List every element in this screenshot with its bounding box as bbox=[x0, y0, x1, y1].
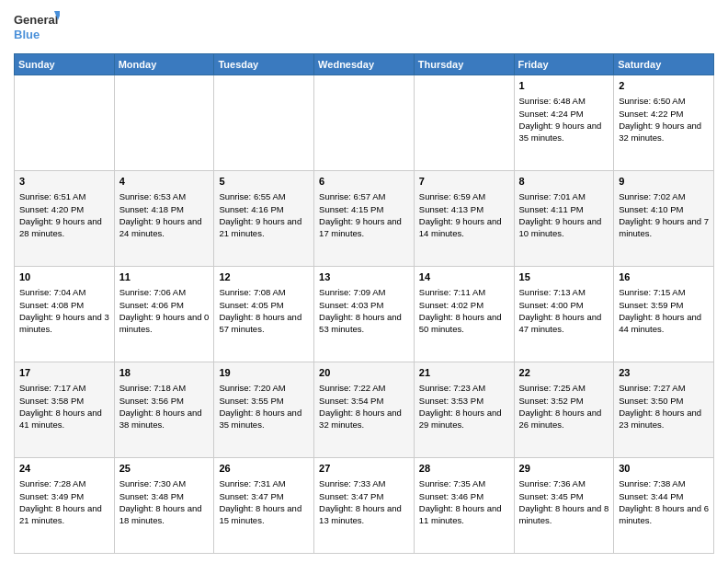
day-number: 14 bbox=[419, 270, 509, 284]
day-info: Daylight: 8 hours and 15 minutes. bbox=[219, 502, 309, 527]
calendar-cell: 27Sunrise: 7:33 AMSunset: 3:47 PMDayligh… bbox=[314, 458, 415, 554]
day-number: 24 bbox=[19, 462, 109, 476]
day-info: Daylight: 8 hours and 11 minutes. bbox=[419, 502, 509, 527]
day-info: Sunset: 4:06 PM bbox=[119, 299, 210, 311]
weekday-header-friday: Friday bbox=[514, 54, 614, 75]
day-info: Sunset: 4:10 PM bbox=[619, 203, 709, 215]
day-info: Sunrise: 7:17 AM bbox=[19, 382, 109, 394]
day-info: Sunrise: 7:27 AM bbox=[619, 382, 709, 394]
day-info: Sunset: 4:16 PM bbox=[219, 203, 309, 215]
weekday-header-thursday: Thursday bbox=[414, 54, 514, 75]
logo-icon: General Blue bbox=[14, 9, 60, 46]
day-info: Sunset: 4:18 PM bbox=[119, 203, 210, 215]
calendar-cell: 10Sunrise: 7:04 AMSunset: 4:08 PMDayligh… bbox=[15, 267, 115, 362]
day-number: 11 bbox=[119, 270, 210, 284]
day-info: Daylight: 9 hours and 32 minutes. bbox=[619, 120, 709, 144]
day-info: Daylight: 8 hours and 13 minutes. bbox=[319, 502, 409, 527]
day-info: Sunrise: 6:57 AM bbox=[319, 190, 409, 202]
day-info: Daylight: 8 hours and 29 minutes. bbox=[419, 407, 509, 431]
header: General Blue bbox=[14, 9, 714, 46]
day-info: Daylight: 9 hours and 3 minutes. bbox=[19, 311, 109, 336]
day-info: Sunrise: 6:51 AM bbox=[19, 190, 109, 202]
week-row-1: 1Sunrise: 6:48 AMSunset: 4:24 PMDaylight… bbox=[15, 75, 714, 171]
calendar-cell bbox=[314, 75, 415, 171]
calendar-cell: 19Sunrise: 7:20 AMSunset: 3:55 PMDayligh… bbox=[214, 362, 314, 458]
day-number: 29 bbox=[519, 462, 609, 476]
logo: General Blue bbox=[14, 9, 60, 46]
day-info: Sunset: 3:46 PM bbox=[419, 490, 509, 502]
week-row-3: 10Sunrise: 7:04 AMSunset: 4:08 PMDayligh… bbox=[15, 267, 714, 362]
day-info: Sunrise: 7:38 AM bbox=[619, 477, 709, 489]
day-info: Daylight: 8 hours and 26 minutes. bbox=[519, 407, 609, 431]
day-info: Sunset: 3:54 PM bbox=[319, 395, 409, 407]
day-info: Daylight: 8 hours and 21 minutes. bbox=[19, 502, 109, 527]
day-info: Sunrise: 7:06 AM bbox=[119, 286, 210, 298]
day-info: Daylight: 8 hours and 41 minutes. bbox=[19, 407, 109, 431]
day-info: Sunrise: 7:22 AM bbox=[319, 382, 409, 394]
weekday-header-saturday: Saturday bbox=[614, 54, 714, 75]
day-info: Daylight: 8 hours and 44 minutes. bbox=[619, 311, 709, 336]
day-info: Sunset: 4:05 PM bbox=[219, 299, 309, 311]
weekday-header-sunday: Sunday bbox=[15, 54, 115, 75]
week-row-4: 17Sunrise: 7:17 AMSunset: 3:58 PMDayligh… bbox=[15, 362, 714, 458]
day-info: Sunrise: 7:28 AM bbox=[19, 477, 109, 489]
day-number: 27 bbox=[319, 462, 409, 476]
day-info: Sunrise: 7:08 AM bbox=[219, 286, 309, 298]
day-info: Sunset: 4:13 PM bbox=[419, 203, 509, 215]
calendar-cell: 15Sunrise: 7:13 AMSunset: 4:00 PMDayligh… bbox=[514, 267, 614, 362]
calendar-cell: 2Sunrise: 6:50 AMSunset: 4:22 PMDaylight… bbox=[614, 75, 714, 171]
day-number: 28 bbox=[419, 462, 509, 476]
day-info: Daylight: 9 hours and 0 minutes. bbox=[119, 311, 210, 336]
weekday-header-monday: Monday bbox=[114, 54, 214, 75]
day-info: Sunset: 3:49 PM bbox=[19, 490, 109, 502]
day-number: 12 bbox=[219, 270, 309, 284]
calendar-cell: 22Sunrise: 7:25 AMSunset: 3:52 PMDayligh… bbox=[514, 362, 614, 458]
svg-text:General: General bbox=[14, 13, 58, 27]
calendar-cell: 11Sunrise: 7:06 AMSunset: 4:06 PMDayligh… bbox=[114, 267, 214, 362]
day-number: 4 bbox=[119, 175, 210, 189]
day-info: Daylight: 9 hours and 24 minutes. bbox=[119, 215, 210, 240]
calendar-cell bbox=[114, 75, 214, 171]
calendar-cell: 17Sunrise: 7:17 AMSunset: 3:58 PMDayligh… bbox=[15, 362, 115, 458]
day-number: 5 bbox=[219, 175, 309, 189]
day-info: Sunrise: 7:01 AM bbox=[519, 190, 609, 202]
day-number: 25 bbox=[119, 462, 210, 476]
day-info: Sunset: 3:52 PM bbox=[519, 395, 609, 407]
day-info: Daylight: 8 hours and 32 minutes. bbox=[319, 407, 409, 431]
calendar-cell: 4Sunrise: 6:53 AMSunset: 4:18 PMDaylight… bbox=[114, 171, 214, 267]
day-info: Sunrise: 7:20 AM bbox=[219, 382, 309, 394]
day-number: 20 bbox=[319, 366, 409, 380]
day-info: Sunset: 3:44 PM bbox=[619, 490, 709, 502]
day-info: Daylight: 9 hours and 14 minutes. bbox=[419, 215, 509, 240]
day-info: Daylight: 9 hours and 21 minutes. bbox=[219, 215, 309, 240]
calendar-cell: 25Sunrise: 7:30 AMSunset: 3:48 PMDayligh… bbox=[114, 458, 214, 554]
calendar-cell: 20Sunrise: 7:22 AMSunset: 3:54 PMDayligh… bbox=[314, 362, 415, 458]
day-number: 17 bbox=[19, 366, 109, 380]
day-info: Sunrise: 7:11 AM bbox=[419, 286, 509, 298]
day-info: Sunset: 3:48 PM bbox=[119, 490, 210, 502]
calendar-cell: 28Sunrise: 7:35 AMSunset: 3:46 PMDayligh… bbox=[414, 458, 514, 554]
day-number: 1 bbox=[519, 79, 609, 93]
day-number: 16 bbox=[619, 270, 709, 284]
day-info: Daylight: 8 hours and 6 minutes. bbox=[619, 502, 709, 527]
day-number: 2 bbox=[619, 79, 709, 93]
day-info: Sunset: 3:55 PM bbox=[219, 395, 309, 407]
day-info: Daylight: 8 hours and 23 minutes. bbox=[619, 407, 709, 431]
week-row-2: 3Sunrise: 6:51 AMSunset: 4:20 PMDaylight… bbox=[15, 171, 714, 267]
day-number: 30 bbox=[619, 462, 709, 476]
day-info: Sunrise: 6:59 AM bbox=[419, 190, 509, 202]
day-number: 23 bbox=[619, 366, 709, 380]
day-number: 10 bbox=[19, 270, 109, 284]
day-info: Daylight: 8 hours and 53 minutes. bbox=[319, 311, 409, 336]
day-info: Daylight: 9 hours and 7 minutes. bbox=[619, 215, 709, 240]
calendar-cell: 7Sunrise: 6:59 AMSunset: 4:13 PMDaylight… bbox=[414, 171, 514, 267]
weekday-header-tuesday: Tuesday bbox=[214, 54, 314, 75]
day-info: Sunrise: 7:33 AM bbox=[319, 477, 409, 489]
day-info: Sunrise: 6:55 AM bbox=[219, 190, 309, 202]
calendar-cell: 16Sunrise: 7:15 AMSunset: 3:59 PMDayligh… bbox=[614, 267, 714, 362]
calendar-cell: 3Sunrise: 6:51 AMSunset: 4:20 PMDaylight… bbox=[15, 171, 115, 267]
day-info: Sunset: 4:03 PM bbox=[319, 299, 409, 311]
weekday-header-wednesday: Wednesday bbox=[314, 54, 415, 75]
day-info: Sunset: 3:53 PM bbox=[419, 395, 509, 407]
calendar-cell: 13Sunrise: 7:09 AMSunset: 4:03 PMDayligh… bbox=[314, 267, 415, 362]
